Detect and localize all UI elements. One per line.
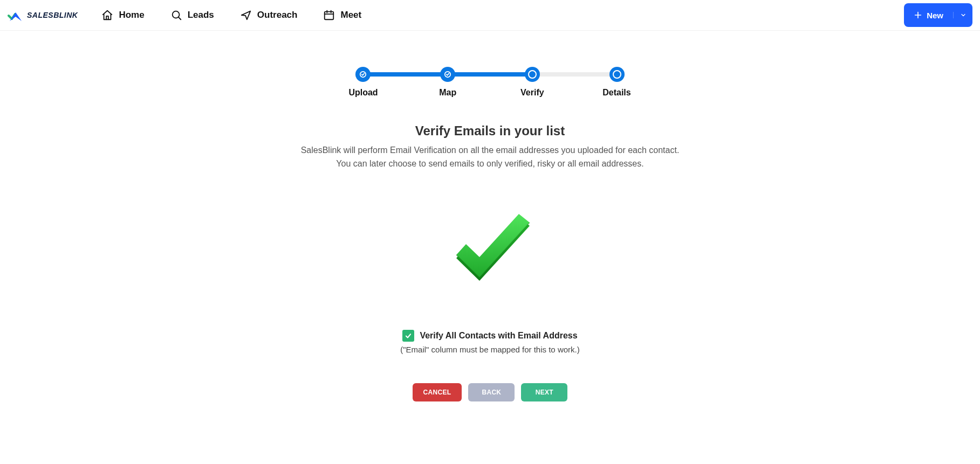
brand-logo[interactable]: SALESBLINK	[8, 7, 78, 23]
checkmark-icon	[450, 214, 531, 287]
step-line-2	[453, 72, 527, 77]
main-card: Upload Map Verify Details Verify Emails …	[9, 46, 971, 423]
page-desc-2: You can later choose to send emails to o…	[248, 157, 733, 171]
back-button[interactable]: BACK	[468, 383, 515, 401]
logo-icon	[8, 7, 24, 23]
nav-meet[interactable]: Meet	[323, 9, 361, 21]
cancel-button[interactable]: CANCEL	[413, 383, 462, 401]
step-map-dot[interactable]	[440, 67, 455, 82]
chevron-down-icon	[960, 12, 967, 18]
svg-rect-2	[325, 12, 334, 20]
new-button: New	[904, 3, 972, 27]
step-details-dot[interactable]	[609, 67, 625, 82]
new-button-dropdown[interactable]	[953, 12, 972, 18]
page-title: Verify Emails in your list	[248, 123, 733, 138]
svg-line-1	[178, 17, 181, 20]
step-label-map: Map	[429, 88, 467, 98]
step-verify-dot[interactable]	[525, 67, 540, 82]
step-label-upload: Upload	[345, 88, 382, 98]
step-line-1	[368, 72, 442, 77]
new-button-group: New	[904, 3, 972, 27]
nav-leads-label: Leads	[188, 10, 214, 20]
new-button-label: New	[927, 11, 943, 20]
check-icon	[405, 332, 412, 340]
nav-outreach-label: Outreach	[257, 10, 298, 20]
verify-checkbox-label: Verify All Contacts with Email Address	[420, 331, 577, 341]
verify-hint: ("Email" column must be mapped for this …	[248, 345, 733, 354]
stepper-labels: Upload Map Verify Details	[355, 88, 625, 98]
brand-name: SALESBLINK	[27, 11, 78, 19]
plus-icon	[914, 11, 922, 19]
step-line-3	[538, 72, 612, 77]
check-circle-icon	[444, 71, 451, 78]
step-label-verify: Verify	[513, 88, 551, 98]
nav-home[interactable]: Home	[101, 9, 144, 21]
step-label-details: Details	[598, 88, 635, 98]
app-header: SALESBLINK Home Leads	[0, 0, 980, 31]
big-check-illustration	[450, 214, 531, 287]
nav-home-label: Home	[119, 10, 144, 20]
nav-outreach[interactable]: Outreach	[240, 9, 298, 21]
calendar-icon	[323, 9, 335, 21]
stepper: Upload Map Verify Details	[355, 66, 625, 98]
home-icon	[101, 9, 113, 21]
send-icon	[240, 9, 252, 21]
content: Verify Emails in your list SalesBlink wi…	[248, 123, 733, 401]
header-left: SALESBLINK Home Leads	[8, 7, 361, 23]
nav-meet-label: Meet	[340, 10, 361, 20]
page-desc-1: SalesBlink will perform Email Verificati…	[248, 144, 733, 157]
check-circle-icon	[359, 71, 367, 78]
next-button[interactable]: NEXT	[521, 383, 567, 401]
verify-checkbox-row: Verify All Contacts with Email Address	[248, 330, 733, 342]
action-buttons: CANCEL BACK NEXT	[248, 383, 733, 401]
step-upload-dot[interactable]	[355, 67, 371, 82]
search-icon	[170, 9, 182, 21]
main-nav: Home Leads Outreach	[101, 9, 361, 21]
verify-checkbox[interactable]	[402, 330, 414, 342]
new-button-main[interactable]: New	[904, 11, 953, 20]
stepper-row	[355, 66, 625, 82]
nav-leads[interactable]: Leads	[170, 9, 214, 21]
